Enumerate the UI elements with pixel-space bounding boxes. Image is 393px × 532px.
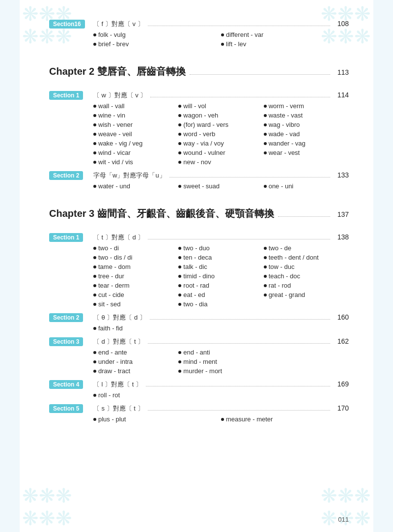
- bullet-icon: [93, 161, 96, 164]
- bullet-icon: [221, 43, 224, 46]
- section-badge: Section 2: [49, 313, 83, 322]
- section-dots: [148, 239, 330, 239]
- bullet-icon: [264, 266, 267, 268]
- section-dots: [148, 410, 330, 411]
- bullet-icon: [264, 133, 267, 136]
- bullet-icon: [178, 284, 181, 287]
- ch2-section1-items: wall - vallwill - volworm - vermwine - v…: [93, 102, 349, 166]
- list-item: different - var: [221, 30, 349, 39]
- bullet-icon: [178, 294, 181, 296]
- list-item: wine - vin: [93, 111, 178, 119]
- bullet-icon: [93, 105, 96, 108]
- section-badge-wrap: Section 1: [49, 233, 93, 242]
- section16-block: Section16 〔 f 〕對應〔 v 〕 108 folk - vulg d…: [49, 20, 349, 48]
- list-item: ten - deca: [178, 253, 263, 262]
- list-item: eat - ed: [178, 291, 263, 299]
- list-item: plus - plut: [93, 415, 221, 423]
- section-title: 〔 l 〕對應〔 t 〕: [93, 380, 142, 389]
- chapter2-page: 113: [334, 68, 349, 76]
- ch3-section3-row: Section 3 〔 d 〕對應〔 t 〕 162: [49, 337, 349, 346]
- bullet-icon: [93, 256, 96, 259]
- page-number: 011: [338, 516, 349, 523]
- bullet-icon: [93, 394, 96, 397]
- list-item: wit - vid / vis: [93, 158, 178, 166]
- bullet-icon: [264, 142, 267, 145]
- bullet-icon: [93, 303, 96, 306]
- list-item: worm - verm: [264, 102, 349, 110]
- list-item: word - verb: [178, 130, 263, 138]
- list-item: faith - fid: [93, 324, 178, 332]
- section-badge: Section 5: [49, 404, 83, 413]
- ch3-section2-block: Section 2 〔 θ 〕對應〔 d 〕 160 faith - fid: [49, 313, 349, 332]
- bullet-icon: [93, 351, 96, 354]
- list-item: talk - dic: [178, 263, 263, 271]
- list-item: wear - vest: [264, 148, 349, 157]
- bullet-icon: [178, 275, 181, 278]
- bullet-icon: [93, 151, 96, 154]
- bullet-icon: [264, 105, 267, 108]
- bullet-icon: [178, 133, 181, 136]
- bullet-icon: [178, 303, 181, 306]
- list-item: weave - veil: [93, 130, 178, 138]
- bullet-icon: [93, 114, 96, 117]
- section-badge: Section 3: [49, 337, 83, 346]
- section-badge-wrap: Section 5: [49, 404, 93, 413]
- ch2-section2-badge: Section 2: [49, 171, 83, 180]
- list-item: [264, 158, 349, 166]
- list-item: wade - vad: [264, 130, 349, 138]
- ch2-section1-dots: [150, 97, 330, 97]
- section-dots: [150, 319, 330, 320]
- bullet-icon: [93, 123, 96, 126]
- bullet-icon: [178, 142, 181, 145]
- section-badge: Section 1: [49, 233, 83, 242]
- section16-items: folk - vulg different - var brief - brev…: [93, 30, 349, 48]
- section-title: 〔 t 〕對應〔 d 〕: [93, 233, 144, 242]
- section16-title: 〔 f 〕對應〔 v 〕: [93, 20, 144, 29]
- ch3-section5-row: Section 5 〔 s 〕對應〔 t 〕 170: [49, 404, 349, 413]
- section-badge: Section 4: [49, 380, 83, 389]
- list-item: two - di: [93, 244, 178, 252]
- list-item: mind - ment: [178, 357, 263, 366]
- list-item: way - via / voy: [178, 139, 263, 148]
- section-badge-wrap: Section 2: [49, 313, 93, 322]
- list-item: roll - rot: [93, 391, 178, 399]
- section16-badge-wrap: Section16: [49, 20, 93, 29]
- ch3-section1-row: Section 1 〔 t 〕對應〔 d 〕 138: [49, 233, 349, 242]
- list-item: measure - meter: [221, 415, 349, 423]
- chapter3-page: 137: [334, 210, 349, 218]
- list-item: draw - tract: [93, 367, 178, 375]
- chapter2-dots: [190, 74, 330, 75]
- list-item: wall - vall: [93, 102, 178, 110]
- bullet-icon: [93, 142, 96, 145]
- ch2-section1-row: Section 1 〔 w 〕對應〔 v 〕 114: [49, 91, 349, 100]
- bullet-icon: [93, 275, 96, 278]
- section-title: 〔 s 〕對應〔 t 〕: [93, 404, 144, 413]
- bullet-icon: [178, 151, 181, 154]
- bullet-icon: [264, 294, 267, 296]
- section-badge-wrap: Section 4: [49, 380, 93, 389]
- bullet-icon: [221, 418, 224, 421]
- ch3-section5-block: Section 5 〔 s 〕對應〔 t 〕 170 plus - plutme…: [49, 404, 349, 423]
- list-item: wagon - veh: [178, 111, 263, 119]
- list-item: teeth - dent / dont: [264, 253, 349, 262]
- bullet-icon: [264, 114, 267, 117]
- list-item: tear - derm: [93, 281, 178, 290]
- ch2-section2-badge-wrap: Section 2: [49, 171, 93, 180]
- bullet-icon: [178, 123, 181, 126]
- bullet-icon: [264, 151, 267, 154]
- ch3-section4-items: roll - rot: [93, 391, 349, 399]
- list-item: water - und: [93, 182, 178, 190]
- section-page: 169: [334, 380, 349, 388]
- ch2-section1-title: 〔 w 〕對應〔 v 〕: [93, 91, 146, 100]
- list-item: two - duo: [178, 244, 263, 252]
- list-item: lift - lev: [221, 40, 349, 48]
- list-item: tame - dom: [93, 263, 178, 271]
- list-item: wander - vag: [264, 139, 349, 148]
- list-item: great - grand: [264, 291, 349, 299]
- list-item: sweet - suad: [178, 182, 263, 190]
- section16-row: Section16 〔 f 〕對應〔 v 〕 108: [49, 20, 349, 29]
- list-item: [264, 357, 349, 366]
- ch2-section1-block: Section 1 〔 w 〕對應〔 v 〕 114 wall - vallwi…: [49, 91, 349, 166]
- bullet-icon: [178, 114, 181, 117]
- ch3-section3-block: Section 3 〔 d 〕對應〔 t 〕 162 end - anteend…: [49, 337, 349, 375]
